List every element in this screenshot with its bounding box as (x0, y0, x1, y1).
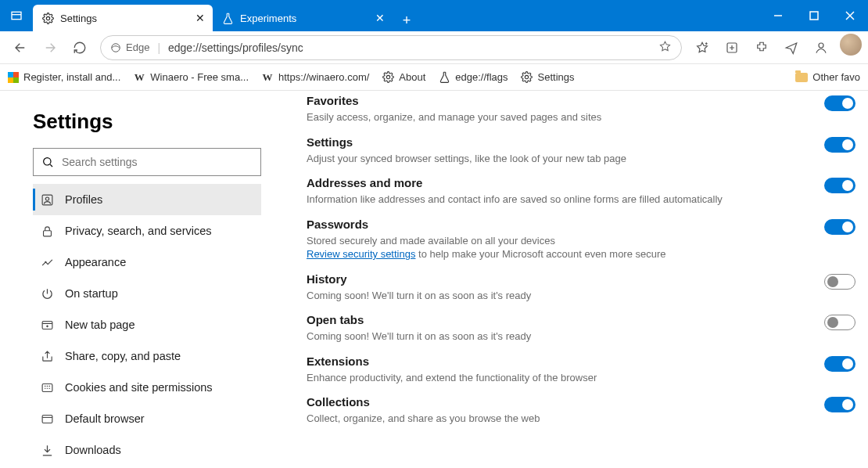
maximize-button[interactable] (796, 0, 832, 31)
tab-label: Experiments (240, 13, 369, 24)
share-button[interactable] (777, 34, 805, 62)
sync-item-desc: Enhance productivity, and extend the fun… (307, 371, 801, 385)
site-identity: Edge (110, 41, 149, 53)
sidebar-item-label: Downloads (65, 444, 121, 456)
gear-icon (382, 71, 394, 84)
site-icon: W (133, 71, 145, 84)
sync-item-title: Addresses and more (307, 176, 801, 189)
search-settings[interactable] (33, 148, 261, 176)
newtab-icon (41, 319, 54, 332)
toggle-passwords[interactable] (824, 219, 855, 235)
sync-item-desc: Coming soon! We'll turn it on as soon as… (307, 289, 801, 303)
sidebar-item-label: Default browser (65, 412, 145, 425)
bookmark-item[interactable]: About (382, 71, 425, 84)
address-bar[interactable]: Edge | edge://settings/profiles/sync (100, 35, 682, 60)
share-icon (41, 350, 54, 363)
default-icon (41, 412, 54, 426)
bookmark-item[interactable]: edge://flags (438, 71, 508, 84)
bookmark-item[interactable]: Whttps://winaero.com/ (261, 71, 369, 84)
power-icon (41, 287, 54, 301)
site-icon: W (261, 71, 274, 84)
title-bar: Settings ✕ Experiments ✕ + (0, 0, 868, 31)
lock-icon (41, 225, 54, 238)
edge-logo-icon (110, 42, 121, 53)
sidebar-item-newtab[interactable]: New tab page (33, 309, 261, 340)
minimize-button[interactable] (760, 0, 796, 31)
appearance-icon (41, 256, 54, 269)
profile-avatar[interactable] (840, 34, 862, 56)
sync-item-desc: Easily access, organize, and manage your… (307, 110, 801, 124)
other-favorites-folder[interactable]: Other favo (795, 71, 860, 83)
sidebar-item-label: Profiles (65, 193, 102, 206)
bookmark-item[interactable]: WWinaero - Free sma... (133, 71, 249, 84)
back-button[interactable] (6, 34, 34, 62)
flask-icon (438, 71, 450, 84)
sync-item-desc: Adjust your synced browser settings, lik… (307, 152, 801, 166)
sync-item-desc: Collect, organize, and share as you brow… (307, 412, 801, 426)
sync-item-desc: Information like addresses and contact i… (307, 193, 801, 207)
app-menu-icon[interactable] (0, 0, 33, 31)
sync-item-title: Settings (307, 135, 801, 149)
sync-item-history: History Coming soon! We'll turn it on as… (307, 272, 855, 303)
account-button[interactable] (807, 34, 835, 62)
tab-bar: Settings ✕ Experiments ✕ + (33, 0, 418, 31)
sync-item-addresses-and-more: Addresses and more Information like addr… (307, 176, 855, 207)
sidebar-item-cookies[interactable]: Cookies and site permissions (33, 372, 261, 403)
sync-settings-panel: Favorites Easily access, organize, and m… (280, 91, 868, 468)
search-icon (41, 156, 54, 168)
toggle-extensions[interactable] (824, 356, 855, 372)
toggle-open-tabs (824, 315, 855, 330)
sync-item-title: Extensions (307, 355, 801, 368)
new-tab-button[interactable]: + (396, 9, 418, 31)
sidebar-item-lock[interactable]: Privacy, search, and services (33, 215, 261, 247)
settings-nav: ProfilesPrivacy, search, and servicesApp… (33, 184, 261, 468)
toggle-history (824, 274, 855, 290)
bookmark-item[interactable]: Settings (521, 71, 575, 84)
refresh-button[interactable] (66, 34, 94, 62)
search-input[interactable] (62, 156, 253, 168)
sidebar-item-label: Privacy, search, and services (65, 225, 212, 237)
bookmarks-bar: Register, install and... WWinaero - Free… (0, 64, 868, 91)
review-security-link[interactable]: Review security settings (307, 248, 415, 260)
sync-item-title: Collections (307, 395, 801, 409)
sidebar-item-share[interactable]: Share, copy, and paste (33, 340, 261, 372)
sidebar-item-label: New tab page (65, 319, 135, 331)
sidebar-item-download[interactable]: Downloads (33, 434, 261, 466)
tab-settings[interactable]: Settings ✕ (33, 5, 213, 31)
download-icon (41, 444, 54, 457)
favorite-star-icon[interactable] (658, 40, 672, 56)
close-tab-icon[interactable]: ✕ (195, 13, 205, 23)
collections-button[interactable] (718, 34, 746, 62)
sidebar-item-label: Cookies and site permissions (65, 381, 213, 394)
sidebar-item-default[interactable]: Default browser (33, 403, 261, 434)
flask-icon (222, 13, 234, 24)
toggle-favorites[interactable] (824, 95, 855, 111)
sidebar-item-power[interactable]: On startup (33, 278, 261, 309)
profile-icon (41, 193, 54, 207)
sync-item-settings: Settings Adjust your synced browser sett… (307, 135, 855, 166)
tab-label: Settings (60, 13, 189, 24)
sync-item-desc: Stored securely and made available on al… (307, 234, 801, 261)
sidebar-item-appearance[interactable]: Appearance (33, 247, 261, 278)
sync-item-passwords: Passwords Stored securely and made avail… (307, 218, 855, 261)
close-tab-icon[interactable]: ✕ (375, 13, 385, 23)
forward-button[interactable] (36, 34, 64, 62)
ms-icon (8, 72, 19, 83)
extensions-button[interactable] (748, 34, 776, 62)
sidebar-item-label: Appearance (65, 256, 126, 268)
tab-experiments[interactable]: Experiments ✕ (213, 5, 393, 31)
toggle-settings[interactable] (824, 137, 855, 153)
toggle-collections[interactable] (824, 397, 855, 412)
close-window-button[interactable] (832, 0, 868, 31)
bookmark-item[interactable]: Register, install and... (8, 71, 120, 83)
gear-icon (42, 13, 54, 24)
sidebar-item-profile[interactable]: Profiles (33, 184, 261, 215)
sidebar-item-label: Share, copy, and paste (65, 350, 181, 362)
sync-item-title: Passwords (307, 218, 801, 231)
gear-icon (521, 71, 533, 84)
svg-rect-12 (12, 12, 21, 19)
favorites-button[interactable] (688, 34, 716, 62)
toggle-addresses-and-more[interactable] (824, 178, 855, 193)
svg-point-14 (112, 43, 120, 52)
browser-toolbar: Edge | edge://settings/profiles/sync (0, 31, 868, 64)
